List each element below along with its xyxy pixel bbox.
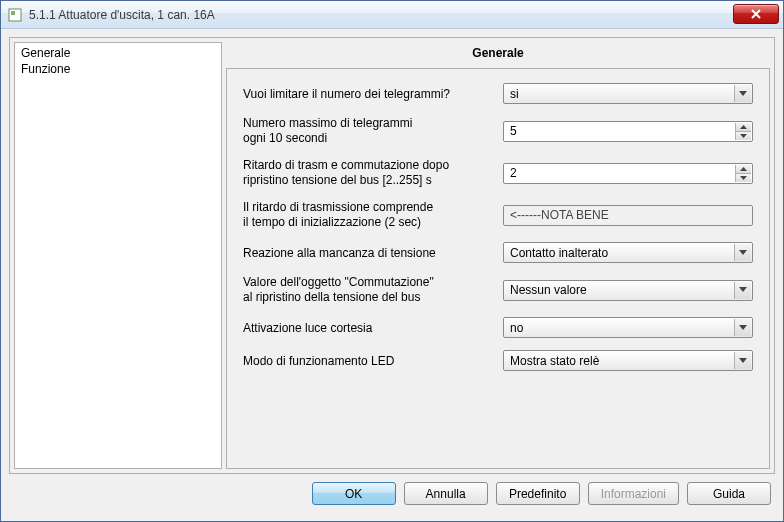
cancel-button[interactable]: Annulla	[404, 482, 488, 505]
dropdown-value: Mostra stato relè	[510, 354, 599, 368]
spin-up-button[interactable]	[736, 165, 751, 174]
row-courtesy: Attivazione luce cortesia no	[243, 317, 753, 338]
dropdown-value: Contatto inalterato	[510, 246, 608, 260]
dropdown-value: si	[510, 87, 519, 101]
close-button[interactable]	[733, 4, 779, 24]
help-button[interactable]: Guida	[687, 482, 771, 505]
button-bar: OK Annulla Predefinito Informazioni Guid…	[9, 474, 775, 513]
chevron-down-icon	[734, 244, 751, 261]
panel-header: Generale	[226, 42, 770, 68]
main-box: Generale Funzione Generale Vuoi limitare…	[9, 37, 775, 474]
row-voltage-fail: Reazione alla mancanza di tensione Conta…	[243, 242, 753, 263]
spinner-delay[interactable]: 2	[503, 163, 753, 184]
dropdown-courtesy[interactable]: no	[503, 317, 753, 338]
label-limit-telegrams: Vuoi limitare il numero dei telegrammi?	[243, 87, 503, 101]
dropdown-voltage-fail[interactable]: Contatto inalterato	[503, 242, 753, 263]
svg-rect-1	[11, 11, 15, 15]
chevron-down-icon	[734, 282, 751, 299]
spin-buttons	[735, 123, 751, 140]
chevron-down-icon	[734, 352, 751, 369]
dropdown-led-mode[interactable]: Mostra stato relè	[503, 350, 753, 371]
content-area: Generale Funzione Generale Vuoi limitare…	[1, 29, 783, 521]
label-led-mode: Modo di funzionamento LED	[243, 354, 503, 368]
dropdown-switch-value[interactable]: Nessun valore	[503, 280, 753, 301]
spinner-value: 2	[510, 166, 517, 180]
label-voltage-fail: Reazione alla mancanza di tensione	[243, 246, 503, 260]
window-title: 5.1.1 Attuatore d'uscita, 1 can. 16A	[29, 8, 733, 22]
row-max-telegrams: Numero massimo di telegrammi ogni 10 sec…	[243, 116, 753, 146]
titlebar: 5.1.1 Attuatore d'uscita, 1 can. 16A	[1, 1, 783, 29]
label-courtesy: Attivazione luce cortesia	[243, 321, 503, 335]
spin-down-button[interactable]	[736, 132, 751, 140]
sidebar-item-generale[interactable]: Generale	[15, 45, 221, 61]
row-delay: Ritardo di trasm e commutazione dopo rip…	[243, 158, 753, 188]
sidebar-item-funzione[interactable]: Funzione	[15, 61, 221, 77]
dropdown-value: Nessun valore	[510, 283, 587, 297]
label-note: Il ritardo di trasmissione comprende il …	[243, 200, 503, 230]
readonly-note: <------NOTA BENE	[503, 205, 753, 226]
info-button: Informazioni	[588, 482, 679, 505]
spin-up-button[interactable]	[736, 123, 751, 132]
window: 5.1.1 Attuatore d'uscita, 1 can. 16A Gen…	[0, 0, 784, 522]
label-switch-value: Valore dell'oggetto "Commutazione" al ri…	[243, 275, 503, 305]
chevron-down-icon	[734, 85, 751, 102]
sidebar: Generale Funzione	[14, 42, 222, 469]
app-icon	[7, 7, 23, 23]
label-max-telegrams: Numero massimo di telegrammi ogni 10 sec…	[243, 116, 503, 146]
row-switch-value: Valore dell'oggetto "Commutazione" al ri…	[243, 275, 753, 305]
panel: Vuoi limitare il numero dei telegrammi? …	[226, 68, 770, 469]
close-icon	[750, 9, 762, 19]
panel-wrap: Generale Vuoi limitare il numero dei tel…	[226, 42, 770, 469]
row-led-mode: Modo di funzionamento LED Mostra stato r…	[243, 350, 753, 371]
spin-down-button[interactable]	[736, 174, 751, 182]
label-delay: Ritardo di trasm e commutazione dopo rip…	[243, 158, 503, 188]
row-note: Il ritardo di trasmissione comprende il …	[243, 200, 753, 230]
dropdown-limit-telegrams[interactable]: si	[503, 83, 753, 104]
chevron-down-icon	[734, 319, 751, 336]
spinner-value: 5	[510, 124, 517, 138]
default-button[interactable]: Predefinito	[496, 482, 580, 505]
spin-buttons	[735, 165, 751, 182]
dropdown-value: no	[510, 321, 523, 335]
ok-button[interactable]: OK	[312, 482, 396, 505]
row-limit-telegrams: Vuoi limitare il numero dei telegrammi? …	[243, 83, 753, 104]
spinner-max-telegrams[interactable]: 5	[503, 121, 753, 142]
